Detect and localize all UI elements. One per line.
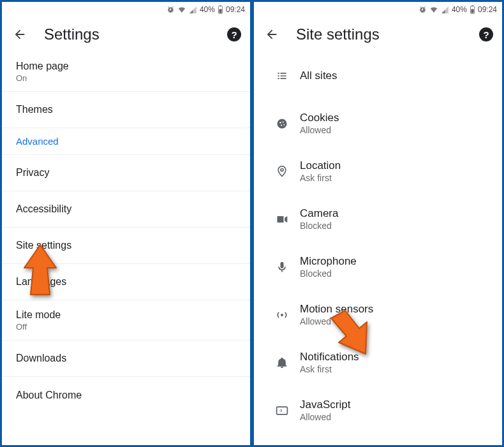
row-label: Location <box>300 159 492 172</box>
app-header: Settings ? <box>2 17 250 52</box>
svg-point-10 <box>283 124 285 125</box>
row-sub: Allowed <box>300 125 492 135</box>
row-sub: Allowed <box>300 412 492 422</box>
wifi-icon <box>429 5 438 14</box>
cookie-icon <box>267 117 297 130</box>
row-label: JavaScript <box>300 399 492 411</box>
back-button[interactable] <box>7 22 33 47</box>
status-bar: 40% 09:24 <box>254 2 502 17</box>
right-screenshot: 40% 09:24 Site settings ? All sites Cook <box>252 0 504 447</box>
row-label: Downloads <box>16 353 66 364</box>
row-label: Lite mode <box>16 309 241 321</box>
location-icon <box>267 165 297 178</box>
row-label: Camera <box>300 207 492 220</box>
row-about-chrome[interactable]: About Chrome <box>2 377 250 413</box>
left-screenshot: 40% 09:24 Settings ? Home page On Themes… <box>0 0 252 447</box>
row-label: Accessibility <box>16 203 71 215</box>
svg-rect-5 <box>471 9 473 13</box>
row-cookies[interactable]: Cookies Allowed <box>254 99 502 147</box>
row-sub: Ask first <box>300 364 492 374</box>
row-label: Site settings <box>16 240 71 251</box>
row-motion-sensors[interactable]: Motion sensors Allowed <box>254 291 502 339</box>
row-themes[interactable]: Themes <box>2 92 250 128</box>
clock-text: 09:24 <box>226 5 245 14</box>
row-privacy[interactable]: Privacy <box>2 155 250 191</box>
row-label: Privacy <box>16 167 49 179</box>
site-settings-list: All sites Cookies Allowed Location Ask f… <box>254 52 502 445</box>
bell-icon <box>267 356 297 369</box>
row-sub: Allowed <box>300 316 492 326</box>
row-javascript[interactable]: JavaScript Allowed <box>254 386 502 434</box>
svg-point-8 <box>283 121 284 122</box>
alarm-icon <box>167 6 175 14</box>
row-sub: Blocked <box>300 268 492 279</box>
row-downloads[interactable]: Downloads <box>2 341 250 377</box>
row-label: Home page <box>16 61 241 72</box>
battery-icon <box>470 5 475 14</box>
row-sub: Ask first <box>300 173 492 183</box>
alarm-icon <box>419 6 427 14</box>
svg-point-12 <box>281 314 283 316</box>
row-label: Notifications <box>300 351 492 363</box>
section-advanced: Advanced <box>2 128 250 155</box>
row-sub: Blocked <box>300 221 492 231</box>
battery-pct: 40% <box>452 5 467 14</box>
wifi-icon <box>177 5 186 14</box>
camera-icon <box>267 213 297 226</box>
row-notifications[interactable]: Notifications Ask first <box>254 339 502 386</box>
page-title: Settings <box>33 26 227 43</box>
svg-rect-4 <box>471 5 473 6</box>
help-button[interactable]: ? <box>227 27 241 41</box>
app-header: Site settings ? <box>254 17 502 52</box>
battery-icon <box>218 5 223 14</box>
row-location[interactable]: Location Ask first <box>254 147 502 195</box>
help-button[interactable]: ? <box>479 27 493 41</box>
status-bar: 40% 09:24 <box>2 2 250 17</box>
row-all-sites[interactable]: All sites <box>254 52 502 99</box>
battery-pct: 40% <box>200 5 215 14</box>
mic-icon <box>267 261 297 274</box>
row-label: Motion sensors <box>300 303 492 316</box>
row-site-settings[interactable]: Site settings <box>2 228 250 264</box>
row-sub: On <box>16 73 241 83</box>
row-microphone[interactable]: Microphone Blocked <box>254 243 502 291</box>
svg-rect-2 <box>219 9 221 13</box>
page-title: Site settings <box>285 26 479 43</box>
row-label: Microphone <box>300 255 492 268</box>
javascript-icon <box>267 404 297 417</box>
svg-point-7 <box>279 122 281 123</box>
sensor-icon <box>267 309 297 321</box>
row-camera[interactable]: Camera Blocked <box>254 195 502 243</box>
row-home-page[interactable]: Home page On <box>2 52 250 92</box>
row-sub: Off <box>16 322 241 332</box>
row-languages[interactable]: Languages <box>2 264 250 300</box>
row-label: About Chrome <box>16 390 82 401</box>
svg-point-11 <box>281 168 283 171</box>
settings-list: Home page On Themes Advanced Privacy Acc… <box>2 52 250 445</box>
row-label: Languages <box>16 276 66 288</box>
signal-icon <box>441 6 449 14</box>
clock-text: 09:24 <box>478 5 497 14</box>
back-button[interactable] <box>259 22 285 47</box>
list-icon <box>267 70 297 82</box>
row-label: Themes <box>16 104 53 115</box>
row-lite-mode[interactable]: Lite mode Off <box>2 300 250 341</box>
svg-rect-1 <box>219 5 221 6</box>
row-accessibility[interactable]: Accessibility <box>2 191 250 228</box>
svg-point-9 <box>281 124 282 126</box>
svg-point-6 <box>278 119 287 128</box>
row-label: Cookies <box>300 112 492 124</box>
signal-icon <box>189 6 197 14</box>
row-label: All sites <box>300 70 492 82</box>
